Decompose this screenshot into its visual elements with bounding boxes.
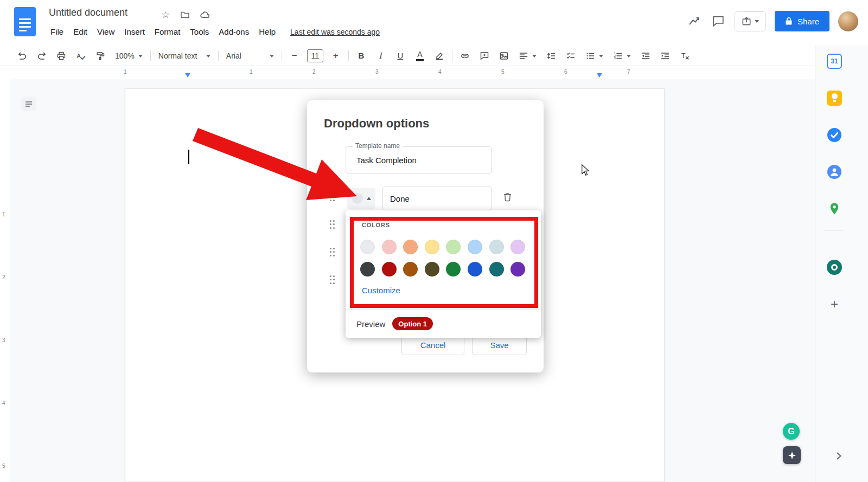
font-size-input[interactable]: 11 — [307, 49, 323, 62]
get-addons-button[interactable]: + — [826, 296, 843, 312]
color-swatch[interactable] — [403, 240, 418, 254]
comment-history-icon[interactable] — [711, 14, 726, 29]
color-swatch[interactable] — [403, 262, 418, 277]
drag-handle[interactable] — [329, 219, 336, 230]
color-swatch[interactable] — [382, 262, 397, 277]
menu-addons[interactable]: Add-ons — [214, 25, 254, 38]
insert-link-button[interactable] — [458, 48, 472, 63]
last-edit-link[interactable]: Last edit was seconds ago — [290, 28, 380, 36]
selected-color-chip — [352, 193, 363, 204]
open-with-button[interactable] — [735, 11, 766, 31]
insert-image-button[interactable] — [497, 48, 511, 63]
horizontal-ruler[interactable]: 11234567 — [0, 67, 815, 79]
activity-dashboard-icon[interactable] — [687, 14, 702, 29]
calendar-day: 31 — [831, 57, 838, 65]
svg-text:A: A — [77, 52, 81, 59]
decrease-indent-button[interactable] — [639, 48, 653, 63]
preview-badge: Option 1 — [392, 317, 433, 330]
decrease-font-size-button[interactable]: − — [288, 48, 302, 63]
color-swatch[interactable] — [510, 240, 525, 254]
color-swatch[interactable] — [360, 262, 375, 277]
move-folder-icon[interactable] — [179, 9, 191, 21]
increase-font-size-button[interactable]: + — [329, 48, 343, 63]
share-button[interactable]: Share — [775, 11, 829, 31]
maps-icon[interactable] — [826, 201, 843, 217]
ruler-number: 5 — [501, 69, 505, 75]
keep-icon[interactable] — [826, 90, 843, 106]
spellcheck-button[interactable]: A — [74, 48, 88, 63]
italic-button[interactable]: I — [374, 48, 388, 63]
menu-help[interactable]: Help — [254, 25, 280, 38]
color-swatch[interactable] — [489, 240, 504, 254]
drag-handle[interactable] — [329, 274, 336, 285]
color-picker-panel: COLORS Customize Preview Option 1 — [346, 210, 541, 338]
color-swatch[interactable] — [360, 240, 375, 254]
star-icon[interactable]: ☆ — [159, 9, 171, 21]
option-value-field[interactable]: Done — [382, 187, 492, 210]
customize-link[interactable]: Customize — [362, 286, 400, 295]
swatch-row-dark — [360, 262, 525, 277]
menu-edit[interactable]: Edit — [68, 25, 92, 38]
checklist-button[interactable] — [564, 48, 578, 63]
menu-view[interactable]: View — [92, 25, 119, 38]
redo-button[interactable] — [35, 48, 49, 63]
zoom-select[interactable]: 100% — [113, 52, 145, 60]
bold-button[interactable]: B — [354, 48, 368, 63]
font-select[interactable]: Arial — [224, 52, 276, 60]
color-swatch[interactable] — [510, 262, 525, 277]
color-swatch[interactable] — [468, 240, 482, 254]
align-select[interactable] — [516, 51, 539, 61]
titlebar-actions: Share — [687, 11, 858, 31]
menu-file[interactable]: File — [46, 25, 68, 38]
color-swatch[interactable] — [425, 240, 439, 254]
lock-icon — [785, 17, 793, 25]
docs-logo-icon[interactable] — [14, 7, 36, 36]
text-color-button[interactable]: A — [413, 48, 427, 63]
color-swatch[interactable] — [382, 240, 397, 254]
color-swatch[interactable] — [425, 262, 439, 277]
template-name-field[interactable]: Template name Task Completion — [346, 146, 492, 173]
grammarly-button[interactable]: G — [783, 423, 800, 440]
cancel-button[interactable]: Cancel — [401, 335, 464, 355]
numbered-list-select[interactable]: 123 — [611, 51, 633, 61]
document-title[interactable]: Untitled document — [49, 7, 127, 18]
hide-side-panel-button[interactable] — [831, 448, 847, 464]
contacts-icon[interactable] — [826, 164, 843, 180]
drag-handle[interactable] — [329, 191, 336, 202]
menu-format[interactable]: Format — [150, 25, 186, 38]
ruler-number: 3 — [2, 337, 5, 343]
add-comment-button[interactable] — [477, 48, 492, 63]
right-indent-marker[interactable] — [597, 73, 602, 78]
line-spacing-button[interactable] — [544, 48, 558, 63]
clear-formatting-button[interactable]: T — [678, 48, 692, 63]
bulleted-list-select[interactable] — [583, 51, 605, 61]
underline-button[interactable]: U — [393, 48, 407, 63]
save-button[interactable]: Save — [472, 335, 527, 355]
calendar-icon[interactable]: 31 — [826, 53, 843, 69]
extension-button[interactable] — [783, 446, 801, 464]
user-avatar[interactable] — [838, 11, 858, 31]
print-button[interactable] — [54, 48, 68, 63]
highlight-color-button[interactable] — [432, 48, 446, 63]
paint-format-button[interactable] — [93, 48, 107, 63]
delete-option-button[interactable] — [500, 190, 514, 204]
svg-text:3: 3 — [614, 56, 616, 60]
color-swatch[interactable] — [446, 240, 461, 254]
color-swatch[interactable] — [468, 262, 482, 277]
paragraph-style-select[interactable]: Normal text — [156, 52, 213, 60]
dropdown-options-dialog: Dropdown options Template name Task Comp… — [307, 100, 544, 372]
side-panel-addon-icon[interactable] — [826, 259, 843, 275]
tasks-icon[interactable] — [826, 127, 843, 143]
ruler-number: 5 — [2, 463, 5, 469]
option-color-dropdown-button[interactable] — [347, 188, 375, 209]
increase-indent-button[interactable] — [658, 48, 672, 63]
left-indent-marker[interactable] — [185, 73, 190, 78]
menu-insert[interactable]: Insert — [119, 25, 150, 38]
show-outline-button[interactable] — [21, 97, 36, 111]
chevron-down-icon — [206, 55, 210, 60]
color-swatch[interactable] — [446, 262, 461, 277]
drag-handle[interactable] — [329, 247, 336, 258]
undo-button[interactable] — [15, 48, 29, 63]
color-swatch[interactable] — [489, 262, 504, 277]
menu-tools[interactable]: Tools — [185, 25, 214, 38]
